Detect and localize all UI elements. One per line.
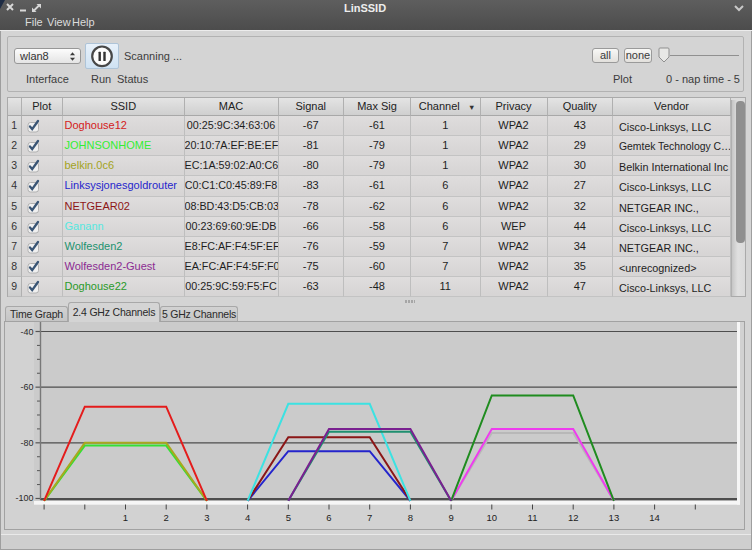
- svg-text:7: 7: [367, 512, 372, 523]
- svg-text:5: 5: [286, 512, 291, 523]
- svg-text:6: 6: [326, 512, 331, 523]
- svg-text:-60: -60: [20, 382, 33, 392]
- svg-text:13: 13: [609, 512, 620, 523]
- svg-text:3: 3: [204, 512, 209, 523]
- svg-text:14: 14: [649, 512, 660, 523]
- svg-text:2: 2: [164, 512, 169, 523]
- svg-text:4: 4: [245, 512, 250, 523]
- svg-text:9: 9: [448, 512, 453, 523]
- svg-text:1: 1: [123, 512, 128, 523]
- svg-text:-40: -40: [20, 327, 33, 337]
- svg-text:8: 8: [408, 512, 413, 523]
- svg-text:10: 10: [487, 512, 498, 523]
- svg-text:-100: -100: [15, 493, 33, 503]
- svg-text:12: 12: [568, 512, 579, 523]
- svg-text:11: 11: [528, 512, 538, 523]
- svg-text:-80: -80: [20, 438, 33, 448]
